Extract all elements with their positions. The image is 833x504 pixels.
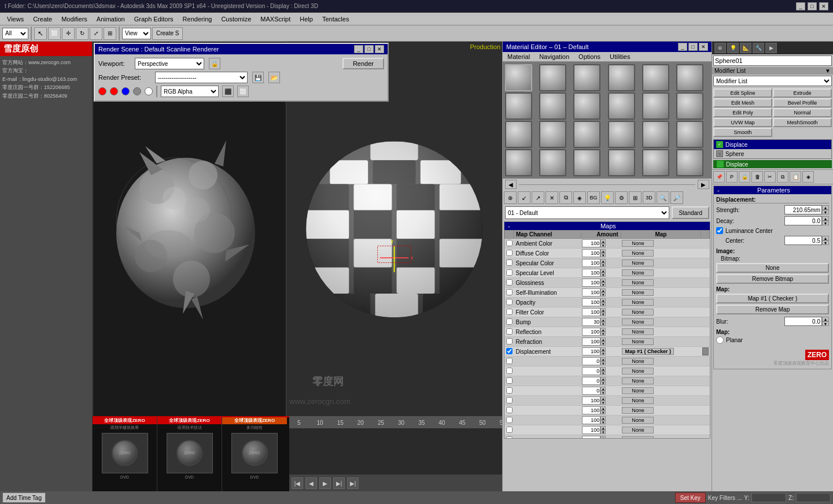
mat-sphere-24[interactable] [676,149,703,176]
strength-up-btn[interactable]: ▲ [822,205,829,210]
map-amount-dn-18[interactable]: ▼ [600,420,606,424]
mod-param-btn[interactable]: P [726,171,738,183]
mat-multiview-btn[interactable]: ⊞ [629,191,642,204]
map-check-18[interactable] [506,417,513,423]
bevel-profile-btn[interactable]: Bevel Profile [773,98,832,108]
map-none-btn-2[interactable]: None [622,260,654,266]
selection-dropdown[interactable]: All [2,28,28,39]
mat-sphere-9[interactable] [573,92,600,120]
map-amount-up-18[interactable]: ▲ [600,416,606,420]
map-check-8[interactable] [506,318,513,325]
map-amount-up-16[interactable]: ▲ [600,396,606,401]
mat-copy-btn[interactable]: ⧉ [559,191,572,204]
menu-modifiers[interactable]: Modifiers [57,14,92,24]
map-check-10[interactable] [506,338,513,344]
edit-mesh-btn[interactable]: Edit Mesh [713,98,772,108]
map-none-btn-15[interactable]: None [622,387,654,394]
center-input[interactable] [784,236,822,245]
map-none-btn-10[interactable]: None [622,338,654,345]
map-amount-dn-3[interactable]: ▼ [600,273,606,277]
map-check-4[interactable] [506,279,513,286]
mat-unique-btn[interactable]: ◈ [573,191,586,204]
map-amount-up-1[interactable]: ▲ [600,249,606,253]
color-dot-gray[interactable] [133,87,141,95]
color-dot-red1[interactable] [98,87,106,95]
close-btn[interactable]: ✕ [819,2,828,10]
sphere-next-btn[interactable]: ▶ [698,180,709,189]
mat-puttoobj-btn[interactable]: ↗ [532,191,544,204]
map-check-2[interactable] [506,260,513,266]
mat-zoom-in-btn[interactable]: 🔍 [657,191,669,204]
extrude-btn[interactable]: Extrude [773,88,832,98]
map-none-btn-1[interactable]: None [622,250,654,257]
remove-map-btn[interactable]: Remove Map [716,305,829,314]
z-coord-input[interactable] [796,493,831,502]
render-dialog-titlebar[interactable]: Render Scene : Default Scanline Renderer… [95,44,388,54]
select-scale-btn[interactable]: ⤢ [90,27,102,40]
load-preset-btn[interactable]: 📂 [268,72,280,83]
mod-copy-btn2[interactable]: ⧉ [777,171,788,183]
mat-sphere-17[interactable] [642,121,669,148]
map-amount-dn-6[interactable]: ▼ [600,302,606,306]
map-amount-up-13[interactable]: ▲ [600,367,606,371]
map-none-btn-7[interactable]: None [622,309,654,316]
map-amount-dn-5[interactable]: ▼ [600,292,606,297]
render-close-btn[interactable]: ✕ [375,45,384,53]
map-amount-13[interactable] [582,367,600,375]
map-amount-up-20[interactable]: ▲ [600,436,606,438]
map-check-6[interactable] [506,299,513,305]
blur-up-btn[interactable]: ▲ [822,317,829,321]
viewport-select[interactable]: Perspective [135,58,204,69]
map-amount-17[interactable] [582,406,600,414]
map-amount-11[interactable] [582,347,600,355]
mat-sphere-4[interactable] [608,64,635,91]
mat-sphere-1[interactable] [505,64,532,91]
map-amount-up-11[interactable]: ▲ [600,347,606,351]
map-amount-dn-16[interactable]: ▼ [600,401,606,405]
map-amount-14[interactable] [582,377,600,385]
mat-viewer-btn[interactable]: 3D [643,191,655,204]
blur-input[interactable] [784,317,822,326]
map-amount-8[interactable] [582,318,600,326]
map-amount-up-9[interactable]: ▲ [600,328,606,332]
map-amount-dn-13[interactable]: ▼ [600,371,606,375]
mat-sphere-6[interactable] [676,64,703,91]
maps-table-container[interactable]: Map Channel Amount Map Ambient Color ▲ ▼ [504,230,710,438]
decay-down-btn[interactable]: ▼ [822,221,829,225]
map-check-9[interactable] [506,328,513,335]
y-coord-input[interactable] [751,493,786,502]
map-none-btn-0[interactable]: None [622,240,654,247]
mat-sphere-5[interactable] [642,64,669,91]
minimize-btn[interactable]: _ [796,2,805,10]
map-amount-dn-7[interactable]: ▼ [600,312,606,316]
menu-animation[interactable]: Animation [92,14,130,24]
map-checker-btn[interactable]: Map #1 ( Checker ) [716,294,829,303]
map-amount-dn-4[interactable]: ▼ [600,283,606,287]
map-amount-dn-0[interactable]: ▼ [600,243,606,247]
map-amount-16[interactable] [582,396,600,405]
map-amount-4[interactable] [582,279,600,287]
map-none-btn-20[interactable]: None [622,436,654,438]
map-amount-1[interactable] [582,249,600,257]
map-amount-up-10[interactable]: ▲ [600,338,606,342]
save-preset-btn[interactable]: 💾 [252,72,264,83]
map-lock-11[interactable] [702,347,709,355]
go-end-btn[interactable]: ▶| [347,477,359,489]
mat-pick-btn[interactable]: ⊕ [504,191,517,204]
mod-panel-btn4[interactable]: 🔧 [753,43,764,53]
map-amount-up-8[interactable]: ▲ [600,318,606,322]
map-amount-up-2[interactable]: ▲ [600,259,606,263]
strength-input[interactable] [784,205,822,214]
menu-graph-editors[interactable]: Graph Editors [130,14,178,24]
mat-reset-btn[interactable]: ✕ [545,191,558,204]
mat-sphere-12[interactable] [676,92,703,120]
mat-sphere-13[interactable] [505,121,532,148]
map-amount-up-4[interactable]: ▲ [600,279,606,283]
map-none-btn-4[interactable]: None [622,279,654,286]
map-none-btn-17[interactable]: None [622,407,654,414]
mod-panel-btn2[interactable]: 💡 [727,43,739,53]
map-none-btn-11[interactable]: Map #1 ( Checker ) [622,348,674,355]
map-amount-dn-17[interactable]: ▼ [600,410,606,414]
map-amount-15[interactable] [582,387,600,395]
map-check-7[interactable] [506,309,513,315]
